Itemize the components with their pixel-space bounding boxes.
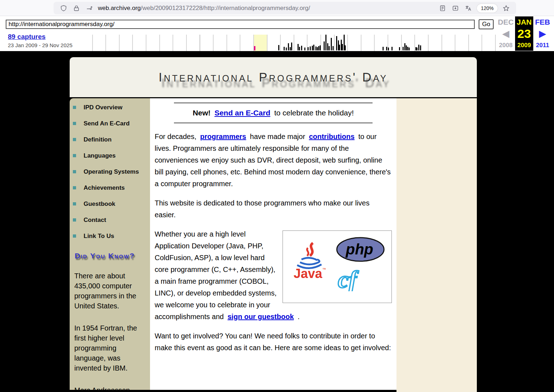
fact-marc-andreessen: Marc Andreessen [74, 385, 146, 392]
prev-year-label[interactable]: 2008 [496, 41, 515, 50]
timeline-year-cell [227, 35, 240, 51]
prev-capture-arrow-icon[interactable]: ◀ [496, 27, 515, 41]
capture-count-bar [304, 48, 305, 50]
timeline-year-cell [469, 35, 482, 51]
capture-count-bar [407, 47, 408, 50]
capture-count-bar [336, 36, 337, 50]
sidebar-item-contact[interactable]: Contact [70, 212, 150, 228]
language-logos-image: Java ™ php cf [283, 230, 392, 303]
capture-count-bar [284, 47, 285, 50]
wayback-url-input[interactable] [6, 20, 475, 29]
sidebar-item-guestbook[interactable]: Guestbook [70, 196, 150, 212]
fact-programmer-count: There are about 435,000 computer program… [74, 271, 146, 311]
welcome-text: Whether you are a high level Application… [155, 230, 276, 321]
send-ecard-link[interactable]: Send an E-Card [214, 109, 270, 117]
paragraph-get-involved: Want to get involved? You can! We need f… [155, 330, 392, 354]
capture-count-bar [310, 46, 311, 50]
captures-link[interactable]: 89 captures [8, 33, 46, 41]
bullet-icon [73, 122, 76, 125]
current-capture-bar [254, 46, 255, 50]
capture-count-bar [290, 47, 291, 50]
timeline-year-cell [160, 35, 173, 51]
bullet-icon [73, 202, 76, 205]
capture-navigator: DEC ◀ 2008 JAN 23 2009 FEB ▶ 2011 [496, 16, 552, 51]
capture-count-bar [278, 45, 279, 50]
timeline-year-cell [375, 35, 388, 51]
capture-count-bar [299, 47, 300, 50]
archived-site: International Programmers' Day IPD Overv… [70, 57, 477, 392]
capture-count-bar [391, 47, 393, 50]
capture-count-bar [325, 35, 326, 50]
next-year-label[interactable]: 2011 [533, 41, 552, 50]
save-page-icon[interactable] [452, 5, 459, 12]
capture-count-bar [312, 46, 313, 50]
sidebar-item-definition[interactable]: Definition [70, 132, 150, 148]
sidebar-item-languages[interactable]: Languages [70, 148, 150, 164]
paragraph-intro: For decades, programmers have made major… [155, 131, 392, 190]
capture-date-range: 23 Jan 2009 - 29 Nov 2025 [8, 42, 73, 48]
sidebar-item-label: Operating Systems [84, 168, 139, 175]
current-year-label: 2009 [515, 41, 533, 50]
java-logo: Java ™ [293, 242, 326, 285]
site-header: International Programmers' Day [70, 57, 477, 97]
current-capture-column: JAN 23 2009 [515, 16, 533, 51]
sidebar-item-send-ecard[interactable]: Send An E-Card [70, 115, 150, 132]
capture-timeline[interactable] [79, 35, 496, 51]
permissions-icon[interactable] [86, 5, 93, 12]
capture-count-bar [388, 48, 389, 50]
wayback-toolbar: Go 89 captures 23 Jan 2009 - 29 Nov 2025… [0, 16, 554, 51]
bullet-icon [73, 218, 76, 222]
translate-icon[interactable] [465, 5, 472, 12]
timeline-year-cell [214, 35, 226, 51]
timeline-year-cell [442, 35, 455, 51]
did-you-know-heading: Did You Know? [75, 252, 150, 260]
timeline-year-cell [187, 35, 200, 51]
current-month-label: JAN [515, 16, 533, 27]
url-domain: web.archive.org [98, 5, 141, 11]
bullet-icon [73, 106, 76, 109]
svg-text:™: ™ [322, 267, 326, 272]
new-label: New! [193, 109, 210, 117]
wayback-go-button[interactable]: Go [479, 19, 494, 29]
banner-text: to celebrate the holiday! [274, 109, 354, 117]
sidebar-item-label: Achievements [84, 184, 125, 192]
next-month-label[interactable]: FEB [533, 16, 552, 27]
reader-view-icon[interactable] [439, 5, 446, 12]
capture-count-bar [288, 43, 289, 50]
sidebar-item-achievements[interactable]: Achievements [70, 180, 150, 196]
php-wordmark: php [345, 241, 373, 258]
next-capture-arrow-icon[interactable]: ▶ [533, 27, 552, 41]
capture-count-bar [318, 46, 319, 50]
capture-count-bar [416, 48, 418, 50]
capture-count-bar [286, 48, 287, 50]
lock-icon[interactable] [73, 5, 80, 12]
programmers-link[interactable]: programmers [200, 133, 246, 140]
address-bar[interactable]: web.archive.org/web/20090123172228/http:… [54, 2, 516, 14]
zoom-level-badge[interactable]: 120% [477, 4, 498, 13]
intro-text-3: to our lives. Programmers are ultimately… [155, 133, 391, 188]
fact-fortran: In 1954 Fortran, the first higher level … [74, 323, 146, 373]
site-title: International Programmers' Day [159, 70, 388, 84]
bullet-icon [73, 170, 76, 173]
timeline-year-cell [240, 35, 253, 51]
sidebar-item-ipd-overview[interactable]: IPD Overview [70, 99, 150, 115]
timeline-year-cell [482, 35, 495, 51]
sign-guestbook-link[interactable]: sign our guestbook [228, 313, 294, 321]
capture-count-bar [418, 45, 419, 50]
capture-count-bar [333, 46, 334, 50]
sidebar-item-link-to-us[interactable]: Link To Us [70, 228, 150, 244]
sidebar-item-label: Languages [84, 152, 116, 159]
sidebar-item-label: Guestbook [84, 200, 115, 208]
sidebar-item-operating-systems[interactable]: Operating Systems [70, 164, 150, 180]
capture-count-bar [404, 43, 405, 50]
contributions-link[interactable]: contributions [309, 133, 355, 140]
intro-text-1: For decades, [155, 133, 196, 140]
timeline-year-cell [429, 35, 441, 51]
url-text[interactable]: web.archive.org/web/20090123172228/http:… [98, 5, 436, 12]
bookmark-star-icon[interactable] [503, 5, 510, 12]
sidebar-item-label: IPD Overview [84, 104, 123, 111]
timeline-year-cell [200, 35, 213, 51]
php-logo: php [336, 237, 385, 266]
paragraph-dedication: This website is dedicated to those progr… [155, 197, 392, 221]
shield-icon[interactable] [60, 5, 67, 12]
